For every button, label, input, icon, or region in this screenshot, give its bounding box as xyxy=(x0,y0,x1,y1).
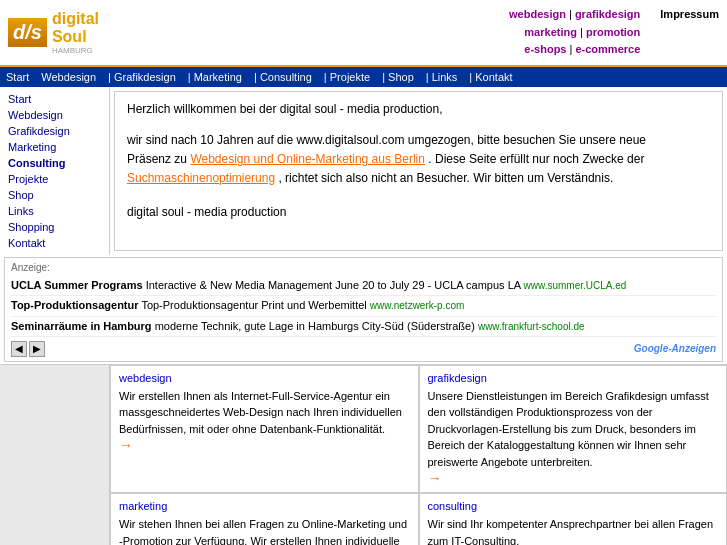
sidebar-item-marketing[interactable]: Marketing xyxy=(0,139,109,155)
logo-digital: digital xyxy=(52,10,99,27)
google-suffix: -Anzeigen xyxy=(668,343,716,354)
ads-next-button[interactable]: ▶ xyxy=(29,341,45,357)
service-webdesign-arrow[interactable]: → xyxy=(119,437,133,453)
ads-nav: ◀ ▶ xyxy=(11,341,45,357)
header-middle xyxy=(180,0,501,65)
header: d/s digital Soul HAMBURG webdesign | gra… xyxy=(0,0,727,67)
nav-links[interactable]: | Links xyxy=(420,67,464,87)
welcome-line1: Herzlich willkommen bei der digital soul… xyxy=(127,100,710,119)
nav-kontakt[interactable]: | Kontakt xyxy=(463,67,518,87)
logo-box: d/s xyxy=(8,18,47,47)
sidebar: Start Webdesign Grafikdesign Marketing C… xyxy=(0,87,110,255)
service-webdesign-title: webdesign xyxy=(119,372,410,384)
welcome-link[interactable]: Webdesign und Online-Marketing aus Berli… xyxy=(190,152,425,166)
welcome-para: wir sind nach 10 Jahren auf die www.digi… xyxy=(127,131,710,189)
service-grid: webdesign Wir erstellen Ihnen als Intern… xyxy=(110,365,727,545)
bottom-left-placeholder xyxy=(0,365,110,545)
ad2-title-bold: Top-Produktionsagentur xyxy=(11,299,139,311)
logo-ds-text: d/s xyxy=(13,21,42,43)
service-grafikdesign-arrow[interactable]: → xyxy=(428,470,442,486)
service-consulting-title: consulting xyxy=(428,500,719,512)
nav-bar: Start Webdesign | Grafikdesign | Marketi… xyxy=(0,67,727,87)
services-line3: e-shops | e-commerce xyxy=(509,41,640,59)
service-cell-consulting: consulting Wir sind Ihr kompetenter Ansp… xyxy=(419,493,728,545)
ads-area: Anzeige: UCLA Summer Programs Interactiv… xyxy=(4,257,723,362)
seo-link[interactable]: Suchmaschinenoptimierung xyxy=(127,171,275,185)
service-consulting-text: Wir sind Ihr kompetenter Ansprechpartner… xyxy=(428,516,719,545)
sidebar-item-shop[interactable]: Shop xyxy=(0,187,109,203)
sidebar-item-consulting[interactable]: Consulting xyxy=(0,155,109,171)
sidebar-item-projekte[interactable]: Projekte xyxy=(0,171,109,187)
ads-label: Anzeige: xyxy=(11,262,716,273)
sidebar-item-start[interactable]: Start xyxy=(0,91,109,107)
content-wrapper: Start Webdesign Grafikdesign Marketing C… xyxy=(0,87,727,255)
welcome-text: Herzlich willkommen bei der digital soul… xyxy=(127,100,710,222)
ad-item-2[interactable]: Top-Produktionsagentur Top-Produktionsag… xyxy=(11,296,716,316)
sidebar-item-grafikdesign[interactable]: Grafikdesign xyxy=(0,123,109,139)
nav-grafikdesign[interactable]: | Grafikdesign xyxy=(102,67,182,87)
bottom-section: webdesign Wir erstellen Ihnen als Intern… xyxy=(0,364,727,545)
ad3-title-bold: Seminarräume in Hamburg xyxy=(11,320,152,332)
ad1-title-bold: UCLA Summer Programs xyxy=(11,279,143,291)
nav-webdesign[interactable]: Webdesign xyxy=(35,67,102,87)
ad-item-3[interactable]: Seminarräume in Hamburg moderne Technik,… xyxy=(11,317,716,337)
ads-prev-button[interactable]: ◀ xyxy=(11,341,27,357)
logo-subtitle: HAMBURG xyxy=(52,46,99,55)
nav-start[interactable]: Start xyxy=(0,67,35,87)
header-services: webdesign | grafikdesign marketing | pro… xyxy=(509,6,640,59)
welcome-line4: , richtet sich also nicht an Besucher. W… xyxy=(278,171,613,185)
nav-shop[interactable]: | Shop xyxy=(376,67,420,87)
service-cell-marketing: marketing Wir stehen Ihnen bei allen Fra… xyxy=(110,493,419,545)
sidebar-item-links[interactable]: Links xyxy=(0,203,109,219)
logo-area: d/s digital Soul HAMBURG xyxy=(0,0,180,65)
ad1-title-rest: Interactive & New Media Management June … xyxy=(146,279,521,291)
logo-soul: Soul xyxy=(52,28,87,45)
ads-footer: ◀ ▶ Google-Anzeigen xyxy=(11,341,716,357)
services-line1: webdesign | grafikdesign xyxy=(509,6,640,24)
logo-text-area: digital Soul HAMBURG xyxy=(52,10,99,55)
service-marketing-text: Wir stehen Ihnen bei allen Fragen zu Onl… xyxy=(119,516,410,545)
google-text: Google xyxy=(634,343,668,354)
service-cell-grafikdesign: grafikdesign Unsere Dienstleistungen im … xyxy=(419,365,728,494)
nav-projekte[interactable]: | Projekte xyxy=(318,67,376,87)
services-line2: marketing | promotion xyxy=(509,24,640,42)
service-grafikdesign-text: Unsere Dienstleistungen im Bereich Grafi… xyxy=(428,388,719,471)
welcome-prefix: Präsenz zu xyxy=(127,152,187,166)
ad2-title-rest: Top-Produktionsagentur Print und Werbemi… xyxy=(141,299,366,311)
ad2-url: www.netzwerk-p.com xyxy=(370,300,464,311)
ad3-title-rest: moderne Technik, gute Lage in Hamburgs C… xyxy=(155,320,475,332)
sidebar-item-webdesign[interactable]: Webdesign xyxy=(0,107,109,123)
nav-marketing[interactable]: | Marketing xyxy=(182,67,248,87)
ad-item-1[interactable]: UCLA Summer Programs Interactive & New M… xyxy=(11,276,716,296)
header-right: webdesign | grafikdesign marketing | pro… xyxy=(501,0,727,65)
service-marketing-title: marketing xyxy=(119,500,410,512)
sidebar-item-shopping[interactable]: Shopping xyxy=(0,219,109,235)
service-webdesign-text: Wir erstellen Ihnen als Internet-Full-Se… xyxy=(119,388,410,438)
service-cell-webdesign: webdesign Wir erstellen Ihnen als Intern… xyxy=(110,365,419,494)
impressum-link[interactable]: Impressum xyxy=(660,8,719,20)
welcome-line2: wir sind nach 10 Jahren auf die www.digi… xyxy=(127,133,646,147)
ad3-url: www.frankfurt-school.de xyxy=(478,321,585,332)
welcome-footer: digital soul - media production xyxy=(127,203,710,222)
google-label: Google-Anzeigen xyxy=(634,343,716,354)
ad1-url: www.summer.UCLA.ed xyxy=(524,280,627,291)
logo-digital-soul: digital Soul xyxy=(52,10,99,46)
main-content: Herzlich willkommen bei der digital soul… xyxy=(114,91,723,251)
sidebar-item-kontakt[interactable]: Kontakt xyxy=(0,235,109,251)
nav-consulting[interactable]: | Consulting xyxy=(248,67,318,87)
welcome-suffix: . Diese Seite erfüllt nur noch Zwecke de… xyxy=(428,152,644,166)
service-grafikdesign-title: grafikdesign xyxy=(428,372,719,384)
